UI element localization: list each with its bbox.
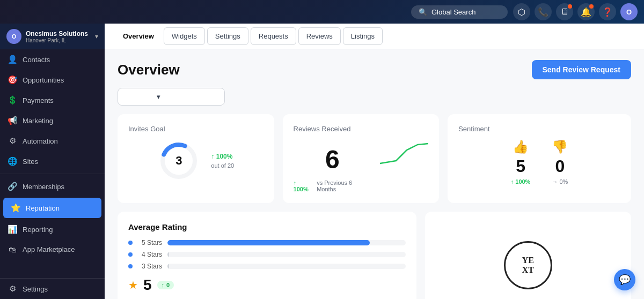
bar-label-3: 3 Stars	[138, 263, 162, 270]
search-text: Global Search	[431, 8, 475, 16]
sidebar-item-automation[interactable]: ⚙ Automation	[0, 131, 105, 151]
monitor-icon-btn[interactable]: 🖥	[556, 3, 573, 20]
star-icon: ★	[128, 279, 138, 291]
tab-widgets[interactable]: Widgets	[164, 27, 205, 45]
sidebar-item-sites[interactable]: 🌐 Sites	[0, 151, 105, 171]
sidebar-item-opportunities[interactable]: 🎯 Opportunities	[0, 70, 105, 90]
sentiment-card: Sentiment 👍 5 ↑ 100% 👎 0 → 0%	[448, 114, 631, 203]
avg-footer: ★ 5 ↑ 0	[128, 276, 406, 294]
monitor-icon: 🖥	[560, 7, 569, 17]
gauge-wrapper: 3	[157, 139, 200, 182]
sidebar-item-contacts[interactable]: 👤 Contacts	[0, 49, 105, 70]
content-area: Overview Widgets Settings Requests Revie…	[105, 24, 644, 299]
invites-out-of: out of 20	[211, 162, 234, 169]
yext-logo: YEXT	[504, 241, 552, 289]
main-layout: O Onesimus Solutions Hanover Park, IL ▾ …	[0, 24, 644, 299]
gauge-container: 3 ↑ 100% out of 20	[128, 139, 264, 182]
page-header: Overview Send Review Request	[118, 60, 631, 79]
settings-icon: ⚙	[8, 284, 17, 294]
sites-icon: 🌐	[8, 156, 17, 166]
memberships-icon: 🔗	[8, 182, 17, 191]
account-switcher[interactable]: O Onesimus Solutions Hanover Park, IL ▾	[0, 24, 105, 49]
search-icon: 🔍	[419, 8, 427, 16]
bar-bg-3	[167, 264, 406, 269]
avg-rating-title: Average Rating	[128, 222, 406, 231]
tab-requests[interactable]: Requests	[251, 27, 296, 45]
tab-settings[interactable]: Settings	[207, 27, 248, 45]
thumbs-down-icon: 👎	[552, 139, 568, 154]
bar-row-5stars: 5 Stars	[128, 239, 406, 246]
account-initials: O	[12, 33, 17, 40]
invites-goal-title: Invites Goal	[128, 125, 264, 133]
date-dropdown[interactable]: ▾	[118, 88, 225, 106]
reviews-received-title: Reviews Received	[294, 125, 429, 133]
sidebar-item-reputation[interactable]: ⭐ Reputation	[3, 198, 101, 218]
sidebar: O Onesimus Solutions Hanover Park, IL ▾ …	[0, 24, 105, 299]
positive-number: 5	[516, 156, 525, 176]
nav-icons: ⬡ 📞 🖥 🔔 ❓ O	[513, 3, 638, 20]
marketing-icon: 📢	[8, 116, 17, 125]
page-title: Overview	[118, 62, 180, 78]
help-icon-btn[interactable]: ❓	[599, 3, 616, 20]
phone-icon-btn[interactable]: 📞	[535, 3, 552, 20]
reviews-trend: ↑ 100% vs Previous 6 Months	[294, 180, 372, 192]
bar-fill-4	[167, 252, 169, 257]
negative-stat: → 0%	[552, 178, 568, 185]
tab-reviews[interactable]: Reviews	[298, 27, 341, 45]
bar-dot-5	[128, 241, 133, 245]
yext-card: YEXT	[425, 212, 631, 299]
send-review-button[interactable]: Send Review Request	[532, 60, 632, 79]
bell-icon-btn[interactable]: 🔔	[577, 3, 595, 20]
chat-button[interactable]: 💬	[614, 269, 635, 290]
invites-percent: ↑ 100%	[211, 153, 234, 160]
global-search[interactable]: 🔍 Global Search	[411, 5, 508, 19]
invites-goal-card: Invites Goal 3 ↑ 100% out of 20	[118, 114, 274, 203]
bar-row-4stars: 4 Stars	[128, 251, 406, 258]
average-rating-card: Average Rating 5 Stars 4 Stars	[118, 212, 416, 299]
sidebar-label-opportunities: Opportunities	[23, 76, 64, 84]
sidebar-item-settings[interactable]: ⚙ Settings	[0, 279, 105, 299]
sidebar-label-marketing: Marketing	[23, 117, 53, 125]
account-location: Hanover Park, IL	[26, 38, 91, 43]
bell-badge	[589, 4, 594, 9]
bar-bg-4	[167, 252, 406, 257]
monitor-badge	[568, 4, 572, 9]
top-nav: 🔍 Global Search ⬡ 📞 🖥 🔔 ❓ O	[0, 0, 644, 24]
positive-stat: ↑ 100%	[511, 178, 531, 185]
bar-label-4: 4 Stars	[138, 251, 162, 258]
sentiment-inner: 👍 5 ↑ 100% 👎 0 → 0%	[458, 139, 620, 185]
account-avatar: O	[6, 29, 21, 44]
bar-label-5: 5 Stars	[138, 239, 162, 246]
sidebar-item-memberships[interactable]: 🔗 Memberships	[0, 176, 105, 197]
tab-listings[interactable]: Listings	[343, 27, 383, 45]
chevron-down-icon: ▾	[95, 33, 98, 40]
bar-fill-5	[167, 240, 370, 245]
sidebar-item-reporting[interactable]: 📊 Reporting	[0, 219, 105, 240]
tab-overview[interactable]: Overview	[115, 28, 162, 44]
reviews-number: 6	[294, 145, 372, 174]
bottom-row: Average Rating 5 Stars 4 Stars	[118, 212, 631, 299]
sidebar-item-app-marketplace[interactable]: 🛍 App Marketplace	[0, 240, 105, 259]
phone-icon: 📞	[538, 7, 548, 17]
sentiment-negative: 👎 0 → 0%	[552, 139, 568, 185]
sidebar-label-sites: Sites	[23, 158, 38, 166]
sidebar-label-app-marketplace: App Marketplace	[23, 245, 75, 253]
avg-score: 5	[143, 276, 152, 294]
bar-fill-3	[167, 264, 169, 269]
layers-icon-btn[interactable]: ⬡	[513, 3, 530, 20]
chevron-down-icon: ▾	[157, 93, 160, 101]
contacts-icon: 👤	[8, 55, 17, 64]
sidebar-item-payments[interactable]: 💲 Payments	[0, 90, 105, 110]
bar-dot-3	[128, 264, 133, 268]
avatar-btn[interactable]: O	[620, 3, 638, 20]
sidebar-label-reporting: Reporting	[23, 226, 53, 234]
reviews-inner: 6 ↑ 100% vs Previous 6 Months	[294, 139, 429, 192]
sidebar-item-marketing[interactable]: 📢 Marketing	[0, 110, 105, 131]
account-name: Onesimus Solutions	[26, 30, 91, 38]
sidebar-divider-1	[0, 174, 105, 174]
payments-icon: 💲	[8, 95, 17, 105]
opportunities-icon: 🎯	[8, 75, 17, 85]
thumbs-up-icon: 👍	[513, 139, 529, 154]
sidebar-label-payments: Payments	[23, 96, 54, 104]
gauge-number: 3	[175, 154, 182, 168]
